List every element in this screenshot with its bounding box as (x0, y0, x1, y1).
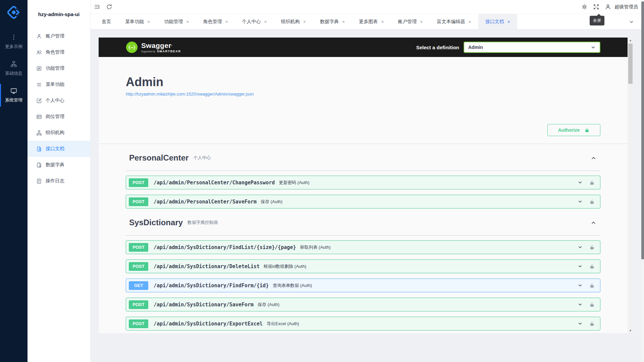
chevron-down-icon[interactable] (578, 199, 583, 204)
chevron-up-icon[interactable] (591, 155, 596, 161)
api-endpoint-row[interactable]: GET /api/admin/SysDictionary/FindForm/{i… (126, 279, 600, 292)
fullscreen-icon[interactable] (593, 4, 599, 10)
tab[interactable]: 更多图表 (352, 14, 391, 29)
endpoint-path: /api/admin/PersonalCenter/ChangePassword (154, 180, 275, 186)
lock-open-icon[interactable] (589, 264, 595, 269)
api-endpoint-row[interactable]: POST /api/admin/SysDictionary/SaveForm 保… (126, 298, 600, 311)
browser-scrollbar[interactable] (641, 0, 644, 362)
fullscreen-tooltip: 全屏 (590, 16, 604, 25)
tab[interactable]: 接口文档 (478, 14, 517, 29)
app-logo-icon[interactable] (5, 4, 22, 21)
tab[interactable]: 首页 (95, 14, 118, 29)
sidebar-item[interactable]: 操作日志 (28, 173, 90, 189)
close-icon[interactable] (225, 19, 228, 24)
api-section-header[interactable]: SysDictionary 数据字典控制器 (126, 218, 600, 236)
sidebar-item[interactable]: 账户管理 (28, 28, 90, 44)
api-endpoint-row[interactable]: POST /api/admin/SysDictionary/DeleteList… (126, 259, 600, 273)
api-sections: PersonalCenter 个人中心 POST /api/admin/Pers… (99, 153, 628, 330)
person-icon[interactable] (605, 4, 611, 10)
close-icon[interactable] (507, 19, 510, 24)
sidebar-item-label: 组织机构 (46, 130, 64, 136)
tab-label: 富文本编辑器 (437, 19, 465, 25)
chevron-down-icon[interactable] (578, 180, 583, 185)
api-spec-link[interactable]: http://hzyadmin.milaizhijie.com:1520/swa… (126, 92, 254, 97)
tab[interactable]: 账户管理 (391, 14, 430, 29)
authorize-label: Authorize (558, 127, 580, 133)
browser-scrollbar-thumb[interactable] (641, 1, 644, 259)
api-endpoint-row[interactable]: POST /api/admin/SysDictionary/ExportExce… (126, 317, 600, 330)
rail-group-label: 基础信息 (5, 70, 22, 76)
iframe-scrollbar-thumb[interactable] (628, 44, 633, 84)
scroll-up-arrow-icon[interactable]: ▲ (628, 38, 633, 43)
lock-open-icon[interactable] (589, 321, 595, 326)
rail-group[interactable]: 基础信息 (0, 55, 28, 82)
sidebar-item[interactable]: 组织机构 (28, 125, 90, 141)
sidebar-item[interactable]: 菜单功能 (28, 76, 90, 93)
chevron-down-icon[interactable] (578, 321, 583, 326)
top-header-bar: 超级管理员 (91, 0, 644, 14)
scroll-down-arrow-icon[interactable]: ▼ (628, 328, 633, 333)
sidebar-item-label: 角色管理 (46, 49, 64, 55)
api-section-header[interactable]: PersonalCenter 个人中心 (126, 153, 600, 171)
api-section-description: 个人中心 (193, 155, 211, 161)
api-endpoint-row[interactable]: POST /api/admin/PersonalCenter/SaveForm … (126, 195, 600, 208)
rail-group[interactable]: 系统管理 (0, 82, 28, 109)
sidebar-item[interactable]: 角色管理 (28, 44, 90, 60)
iframe-scrollbar[interactable]: ▲ ▼ (628, 38, 633, 333)
close-icon[interactable] (342, 19, 345, 24)
sidebar-item[interactable]: 功能管理 (28, 60, 90, 76)
function-icon (36, 66, 42, 71)
close-icon[interactable] (186, 19, 189, 24)
rail-group-label: 更多示例 (5, 44, 22, 50)
tab-label: 菜单功能 (125, 19, 144, 25)
rail-group[interactable]: 更多示例 (0, 28, 28, 55)
lock-open-icon[interactable] (589, 180, 595, 185)
lock-open-icon[interactable] (589, 199, 595, 204)
endpoint-summary: 导出Excel (Auth) (267, 321, 299, 327)
close-icon[interactable] (420, 19, 423, 24)
definition-select[interactable]: Admin (464, 42, 600, 53)
tab[interactable]: 富文本编辑器 (430, 14, 478, 29)
lock-open-icon[interactable] (589, 283, 595, 288)
close-icon[interactable] (381, 19, 384, 24)
tab[interactable]: 菜单功能 (118, 14, 157, 29)
current-user-name[interactable]: 超级管理员 (614, 4, 638, 10)
menu-fold-icon[interactable] (94, 4, 100, 10)
close-icon[interactable] (147, 19, 150, 24)
chevron-down-icon[interactable] (578, 283, 583, 288)
authorize-button[interactable]: Authorize (547, 124, 600, 136)
chevron-down-icon[interactable] (578, 264, 583, 269)
idcard-icon (36, 114, 42, 120)
endpoint-summary: 保存 (Auth) (261, 199, 282, 205)
select-definition-label: Select a definition (416, 45, 459, 50)
sidebar-item[interactable]: 岗位管理 (28, 109, 90, 125)
tab[interactable]: 功能管理 (157, 14, 196, 29)
header-right-actions: 超级管理员 (581, 4, 638, 10)
swagger-logo[interactable]: {⋯} Swagger▪ Supported by SMARTBEAR (126, 41, 181, 53)
tab[interactable]: 数据字典 (313, 14, 352, 29)
gear-icon[interactable] (581, 4, 588, 10)
chevron-down-icon[interactable] (629, 19, 634, 24)
tab[interactable]: 组织机构 (274, 14, 313, 29)
api-endpoint-row[interactable]: POST /api/admin/PersonalCenter/ChangePas… (126, 176, 600, 189)
close-icon[interactable] (264, 19, 267, 24)
chevron-down-icon[interactable] (578, 245, 583, 250)
swagger-wordmark: Swagger (141, 42, 171, 49)
sidebar-item[interactable]: 接口文档 (28, 141, 90, 157)
tab[interactable]: 个人中心 (235, 14, 274, 29)
tab[interactable]: 角色管理 (196, 14, 235, 29)
sitemap-icon (10, 61, 17, 67)
lock-open-icon[interactable] (589, 302, 595, 307)
edit-icon (36, 98, 42, 104)
sidebar-item[interactable]: 数据字典 (28, 157, 90, 173)
sidebar-item[interactable]: 个人中心 (28, 93, 90, 109)
endpoint-path: /api/admin/SysDictionary/DeleteList (154, 263, 260, 269)
chevron-down-icon[interactable] (578, 302, 583, 307)
chevron-up-icon[interactable] (591, 220, 596, 226)
api-endpoint-row[interactable]: POST /api/admin/SysDictionary/FindList/{… (126, 240, 600, 254)
lock-open-icon[interactable] (589, 245, 595, 250)
close-icon[interactable] (303, 19, 306, 24)
endpoint-list: POST /api/admin/PersonalCenter/ChangePas… (126, 171, 600, 208)
close-icon[interactable] (469, 19, 471, 24)
reload-icon[interactable] (106, 4, 112, 10)
